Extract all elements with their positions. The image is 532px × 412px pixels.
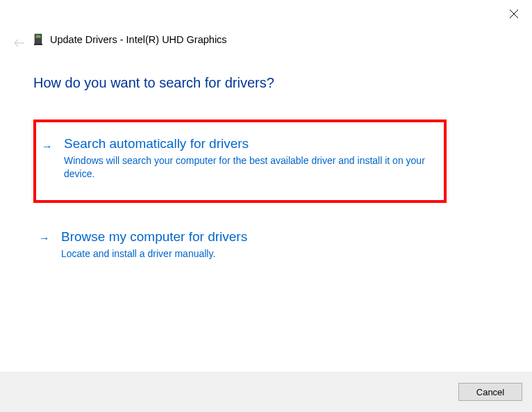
option-search-automatically[interactable]: → Search automatically for drivers Windo… [33,120,447,203]
option-title: Search automatically for drivers [64,136,434,151]
device-icon [33,33,43,46]
close-icon [510,10,518,18]
arrow-left-icon [13,39,26,47]
svg-rect-4 [36,35,41,38]
footer-bar: Cancel [0,372,532,412]
page-heading: How do you want to search for drivers? [33,75,274,91]
option-description: Windows will search your computer for th… [64,154,434,181]
window-title: Update Drivers - Intel(R) UHD Graphics [50,34,227,45]
arrow-right-icon: → [39,232,50,245]
title-row: Update Drivers - Intel(R) UHD Graphics [33,33,227,46]
back-button [11,35,28,51]
option-browse-computer[interactable]: → Browse my computer for drivers Locate … [33,220,447,270]
close-button[interactable] [506,6,522,22]
option-title: Browse my computer for drivers [61,229,440,245]
option-description: Locate and install a driver manually. [61,247,440,261]
arrow-right-icon: → [42,140,53,153]
cancel-button[interactable]: Cancel [458,383,522,401]
svg-rect-5 [34,44,42,45]
